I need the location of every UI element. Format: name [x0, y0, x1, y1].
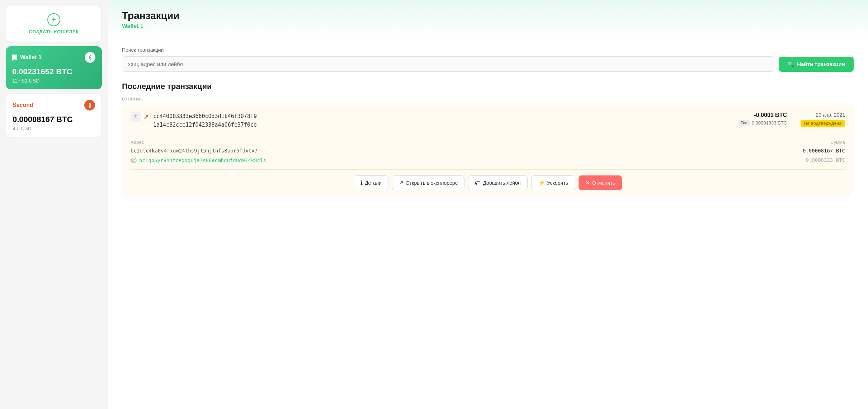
info-icon: ℹ	[360, 179, 363, 186]
tx-upload-icon	[131, 112, 141, 122]
fee-amount: 0.00001833 BTC	[752, 120, 787, 126]
tx-sum-label: Сумма	[773, 140, 845, 145]
add-label-button[interactable]: 🏷 Добавить лейбл	[468, 175, 527, 190]
tx-hash-line2: 1a14c82cce12f042338a4a06fc37f0ce	[153, 122, 257, 128]
wallet-card-active[interactable]: Wallet 1 ₿ 0.00231652 BTC 127.51 USD	[6, 46, 102, 89]
search-input[interactable]	[122, 56, 774, 72]
wallet-balance-usd-2: 4.5 USD	[13, 126, 95, 131]
main-body: Поиск транзакции 🔍 Найти транзакции Посл…	[108, 38, 868, 409]
tag-icon: 🏷	[475, 180, 481, 186]
day-label: ВТОРНИК	[122, 97, 854, 101]
tx-amount-area: -0.0001 BTC Fee 0.00001833 BTC	[715, 112, 787, 128]
search-input-wrap: 🔍 Найти транзакции	[122, 56, 854, 72]
wallet-name-row: Wallet 1	[12, 54, 42, 61]
tx-outgoing-arrow-icon: ↗	[143, 113, 149, 121]
create-wallet-button[interactable]: + СОЗДАТЬ КОШЕЛЕК	[6, 6, 102, 42]
tx-sum-val1: 0.00008167 BTC	[773, 148, 845, 154]
details-label: Детали	[365, 180, 382, 186]
accelerate-label: Ускорить	[547, 180, 568, 186]
tx-addr-secondary: bc1qp6yr9nhtceqqguja7s88eqmhdufdug974k8c…	[131, 157, 773, 164]
recent-title: Последние транзакции	[122, 82, 854, 91]
bookmark-icon	[12, 55, 17, 61]
explorer-label: Открыть в эксплорере	[406, 180, 458, 186]
tx-details-right: Сумма 0.00008167 BTC 0.0008333 BTC	[773, 140, 845, 163]
tx-details-row: Адрес bc1qtc4ka0v4rxuw24ths9jt5hjtnfs8pp…	[131, 135, 845, 164]
tx-addr-link[interactable]: bc1qp6yr9nhtceqqguja7s88eqmhdufdug974k8c…	[139, 158, 266, 163]
btc-badge-2: ₿	[84, 100, 95, 111]
tx-sum-val2: 0.0008333 BTC	[773, 157, 845, 163]
add-label-text: Добавить лейбл	[483, 180, 520, 186]
search-section: Поиск транзакции 🔍 Найти транзакции	[122, 47, 854, 72]
tx-hash: cc440003333e3660c0d3d1b46f3078f9 1a14c82…	[153, 112, 711, 129]
wallet-name-row-2: Second	[13, 102, 33, 108]
btc-badge-1: ₿	[85, 52, 95, 63]
main-content: Транзакции Wallet 1 Поиск транзакции 🔍 Н…	[108, 0, 868, 409]
tx-icon-area: ↗	[131, 112, 149, 122]
tx-addr-primary: bc1qtc4ka0v4rxuw24ths9jt5hjtnfs8ppr5fdxt…	[131, 148, 773, 154]
tx-addr-label: Адрес	[131, 140, 773, 145]
transaction-card: ↗ cc440003333e3660c0d3d1b46f3078f9 1a14c…	[122, 105, 854, 197]
accelerate-button[interactable]: ⚡ Ускорить	[531, 175, 575, 190]
tx-hash-line1: cc440003333e3660c0d3d1b46f3078f9	[153, 113, 257, 119]
wallet-name-2: Second	[13, 102, 33, 108]
search-icon: 🔍	[787, 61, 794, 67]
sidebar: + СОЗДАТЬ КОШЕЛЕК Wallet 1 ₿ 0.00231652 …	[0, 0, 108, 409]
cancel-label: Отменить	[592, 180, 615, 186]
wallet-card-inactive[interactable]: Second ₿ 0.00008167 BTC 4.5 USD	[6, 94, 102, 137]
wallet-header: Wallet 1 ₿	[12, 52, 95, 63]
wallet-header-2: Second ₿	[13, 100, 95, 111]
status-badge: Не подтверждена	[801, 120, 845, 127]
tx-actions-bar: ℹ Детали ↗ Открыть в эксплорере 🏷 Добави…	[131, 169, 845, 190]
tx-fee-row: Fee 0.00001833 BTC	[715, 120, 787, 126]
wallet-subtitle: Wallet 1	[122, 23, 854, 29]
create-wallet-label: СОЗДАТЬ КОШЕЛЕК	[29, 29, 79, 34]
wallet-name-1: Wallet 1	[20, 54, 42, 61]
refresh-icon	[131, 157, 137, 164]
details-button[interactable]: ℹ Детали	[354, 175, 388, 190]
search-button[interactable]: 🔍 Найти транзакции	[779, 57, 854, 72]
explorer-button[interactable]: ↗ Открыть в эксплорере	[392, 175, 464, 190]
fee-badge: Fee	[739, 120, 750, 126]
tx-details-left: Адрес bc1qtc4ka0v4rxuw24ths9jt5hjtnfs8pp…	[131, 140, 773, 164]
main-header: Транзакции Wallet 1	[108, 0, 868, 38]
external-link-icon: ↗	[399, 179, 404, 186]
wallet-balance-btc-2: 0.00008167 BTC	[13, 115, 95, 124]
lightning-icon: ⚡	[538, 179, 545, 186]
tx-date: 20 апр. 2021	[791, 112, 845, 118]
cancel-x-icon: ✕	[585, 179, 590, 186]
wallet-balance-usd-1: 127.51 USD	[12, 78, 95, 84]
search-label: Поиск транзакции	[122, 47, 854, 53]
svg-point-1	[131, 158, 136, 163]
cancel-button[interactable]: ✕ Отменить	[579, 175, 622, 190]
page-title: Транзакции	[122, 10, 854, 22]
search-button-label: Найти транзакции	[797, 61, 845, 67]
tx-amount-btc: -0.0001 BTC	[715, 112, 787, 118]
svg-rect-0	[133, 118, 138, 118]
wallet-balance-btc-1: 0.00231652 BTC	[12, 67, 95, 76]
plus-icon: +	[47, 13, 60, 26]
tx-date-area: 20 апр. 2021 Не подтверждена	[791, 112, 845, 127]
tx-top-row: ↗ cc440003333e3660c0d3d1b46f3078f9 1a14c…	[131, 112, 845, 129]
